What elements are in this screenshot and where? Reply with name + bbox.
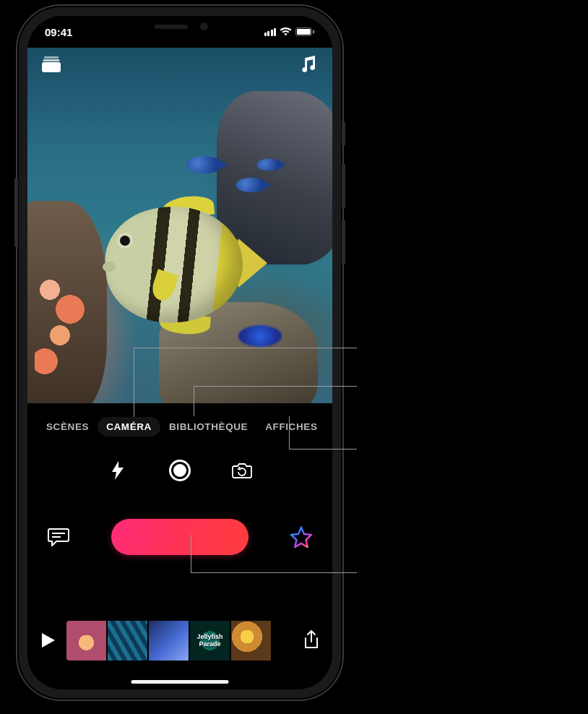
- projects-button[interactable]: [40, 53, 62, 75]
- music-icon: [301, 56, 316, 73]
- side-button[interactable]: [14, 178, 18, 247]
- flash-button[interactable]: [107, 460, 129, 481]
- flash-icon: [112, 461, 124, 480]
- status-time: 09:41: [45, 26, 72, 38]
- callout-line: [191, 535, 191, 572]
- svg-rect-5: [42, 62, 61, 72]
- share-icon: [303, 630, 319, 650]
- live-titles-button[interactable]: [48, 526, 69, 548]
- callout-line: [289, 416, 290, 449]
- iphone-frame: 09:41: [17, 6, 342, 700]
- speech-bubble-icon: [48, 528, 69, 546]
- star-icon: [290, 526, 312, 548]
- flip-camera-button[interactable]: [231, 460, 253, 481]
- svg-rect-4: [43, 59, 60, 61]
- music-button[interactable]: [298, 53, 319, 75]
- callout-line: [194, 386, 357, 387]
- record-button[interactable]: [111, 519, 248, 555]
- projects-icon: [42, 56, 61, 72]
- clip-thumbnail[interactable]: Jellyfish Parade: [190, 621, 230, 661]
- tab-scenes[interactable]: SCÈNES: [38, 417, 98, 436]
- wifi-icon: [280, 27, 292, 36]
- play-button[interactable]: [38, 629, 59, 651]
- effects-button[interactable]: [290, 526, 312, 548]
- svg-rect-1: [297, 29, 311, 35]
- source-tabs: SCÈNES CAMÉRA BIBLIOTHÈQUE AFFICHES: [27, 412, 332, 441]
- clip-thumbnail[interactable]: [66, 621, 106, 661]
- clip-timeline[interactable]: Jellyfish Parade: [66, 621, 293, 661]
- play-icon: [42, 633, 55, 648]
- tab-posters[interactable]: AFFICHES: [256, 417, 326, 436]
- mute-switch[interactable]: [342, 121, 345, 146]
- svg-rect-2: [313, 30, 314, 34]
- home-indicator[interactable]: [131, 680, 229, 684]
- volume-up-button[interactable]: [342, 163, 345, 208]
- screen: 09:41: [27, 16, 332, 689]
- battery-icon: [295, 27, 315, 36]
- clip-thumbnail[interactable]: [231, 621, 271, 661]
- clip-title-overlay: Jellyfish Parade: [190, 633, 230, 648]
- volume-down-button[interactable]: [342, 220, 345, 264]
- camera-flip-icon: [231, 462, 253, 479]
- tab-library[interactable]: BIBLIOTHÈQUE: [160, 417, 256, 436]
- clip-thumbnail[interactable]: [149, 621, 189, 661]
- clip-thumbnail[interactable]: [108, 621, 147, 661]
- callout-line: [134, 348, 357, 348]
- camera-preview: [27, 48, 332, 403]
- notch: [111, 16, 248, 38]
- cellular-icon: [264, 28, 277, 36]
- viewer[interactable]: [27, 48, 332, 403]
- callout-line: [289, 449, 357, 450]
- photo-shutter-button[interactable]: [169, 460, 191, 481]
- timeline-row: Jellyfish Parade: [27, 611, 332, 669]
- callout-line: [191, 572, 357, 573]
- svg-rect-3: [44, 56, 59, 59]
- camera-controls: [27, 450, 332, 491]
- tab-camera[interactable]: CAMÉRA: [98, 417, 160, 436]
- share-button[interactable]: [301, 629, 322, 651]
- record-row: [27, 513, 332, 561]
- status-indicators: [264, 27, 316, 36]
